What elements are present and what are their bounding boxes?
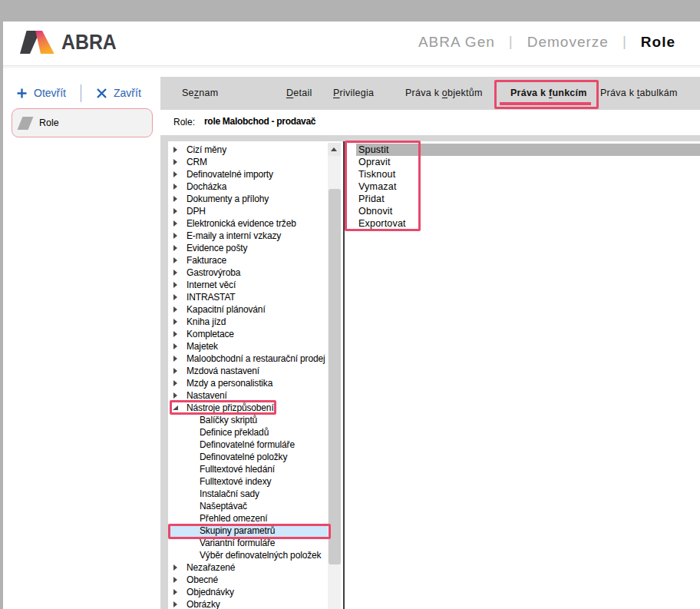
- tree-item[interactable]: Mzdová nastavení: [168, 365, 328, 377]
- tree-item[interactable]: Našeptávač: [168, 500, 328, 512]
- tree-item[interactable]: Docházka: [168, 180, 328, 193]
- collapsed-triangle-icon[interactable]: [173, 220, 177, 227]
- tree-item[interactable]: Variantní formuláře: [168, 537, 328, 549]
- collapsed-triangle-icon[interactable]: [173, 294, 177, 300]
- tree-item[interactable]: Evidence pošty: [168, 242, 328, 254]
- tree-item[interactable]: Výběr definovatelných položek: [168, 549, 328, 561]
- collapsed-triangle-icon[interactable]: [173, 171, 177, 177]
- collapsed-triangle-icon[interactable]: [173, 343, 177, 349]
- tree-item[interactable]: Fakturace: [168, 254, 328, 266]
- collapsed-triangle-icon[interactable]: [173, 196, 177, 202]
- collapsed-triangle-icon[interactable]: [173, 392, 177, 399]
- tree-item-selected[interactable]: Skupiny parametrů: [168, 525, 328, 537]
- tree-item[interactable]: Balíčky skriptů: [168, 414, 328, 426]
- expanded-triangle-icon[interactable]: [173, 405, 178, 410]
- tree-item[interactable]: Objednávky: [168, 586, 328, 598]
- function-item[interactable]: Přidat: [356, 193, 700, 205]
- tree-item[interactable]: Definice překladů: [168, 426, 328, 439]
- collapsed-triangle-icon[interactable]: [173, 282, 177, 288]
- tree-item[interactable]: Mzdy a personalistika: [168, 377, 328, 389]
- collapsed-triangle-icon[interactable]: [173, 356, 177, 362]
- tab-detail[interactable]: Detail: [286, 77, 312, 110]
- tree-item[interactable]: Majetek: [168, 340, 328, 352]
- tree-item-label: Kniha jízd: [187, 316, 226, 327]
- tab-privilegia[interactable]: Privilegia: [333, 77, 374, 110]
- tree-item[interactable]: DPH: [168, 205, 328, 217]
- function-item-selected[interactable]: Spustit: [356, 144, 700, 156]
- tab-seznam[interactable]: Seznam: [182, 77, 218, 110]
- tree-item-label: Nastavení: [187, 390, 227, 401]
- collapsed-triangle-icon[interactable]: [173, 319, 177, 325]
- tree-item[interactable]: Kapacitní plánování: [168, 303, 328, 316]
- collapsed-triangle-icon[interactable]: [173, 270, 177, 276]
- function-rights-list: SpustitOpravitTisknoutVymazatPřidatObnov…: [345, 141, 700, 609]
- collapsed-triangle-icon[interactable]: [173, 368, 177, 374]
- collapsed-triangle-icon[interactable]: [173, 331, 177, 337]
- tree-item-label: Přehled omezení: [200, 513, 267, 524]
- collapsed-triangle-icon[interactable]: [173, 184, 177, 190]
- close-agenda-button[interactable]: Zavřít: [97, 85, 141, 101]
- tree-item-label: Definovatelné importy: [187, 169, 273, 180]
- tab-prava-k-funkcim[interactable]: Práva k funkcím: [510, 77, 587, 110]
- scrollbar-thumb[interactable]: [329, 189, 341, 564]
- tree-item[interactable]: Instalační sady: [168, 488, 328, 500]
- scrollbar-up-button[interactable]: [328, 143, 341, 156]
- function-item-label: Opravit: [358, 157, 391, 167]
- tree-item[interactable]: Nezařazené: [168, 561, 328, 574]
- tree-item-label: Internet věcí: [187, 280, 236, 290]
- tree-item[interactable]: CRM: [168, 156, 328, 168]
- tree-item[interactable]: Kniha jízd: [168, 316, 328, 328]
- tree-item[interactable]: Fulltextové indexy: [168, 475, 328, 488]
- collapsed-triangle-icon[interactable]: [173, 159, 177, 165]
- tree-item[interactable]: Fulltextové hledání: [168, 463, 328, 475]
- collapsed-triangle-icon[interactable]: [173, 245, 177, 251]
- tree-item[interactable]: Gastrovýroba: [168, 266, 328, 279]
- tree-item[interactable]: Cizí měny: [168, 144, 328, 156]
- tab-prava-k-tabulkam[interactable]: Práva k tabulkám: [600, 77, 678, 110]
- tree-item[interactable]: Obecné: [168, 574, 328, 586]
- tree-item[interactable]: Definovatelné importy: [168, 168, 328, 180]
- collapsed-triangle-icon[interactable]: [173, 380, 177, 386]
- tree-item-label: Fulltextové hledání: [200, 464, 275, 475]
- function-item[interactable]: Tisknout: [356, 168, 700, 180]
- tree-scrollbar[interactable]: [328, 143, 341, 609]
- collapsed-triangle-icon[interactable]: [173, 577, 177, 583]
- tree-item[interactable]: Definovatelné formuláře: [168, 439, 328, 451]
- tree-item[interactable]: E-maily a interní vzkazy: [168, 230, 328, 242]
- tree-item[interactable]: INTRASTAT: [168, 291, 328, 303]
- tree-item[interactable]: Internet věcí: [168, 279, 328, 291]
- open-agenda-button[interactable]: Otevřít: [17, 85, 66, 101]
- collapsed-triangle-icon[interactable]: [173, 147, 177, 153]
- collapsed-triangle-icon[interactable]: [173, 208, 177, 214]
- tab-prava-k-objektum[interactable]: Práva k objektům: [405, 77, 483, 110]
- collapsed-triangle-icon[interactable]: [173, 601, 177, 607]
- tree-item-label: Výběr definovatelných položek: [200, 550, 321, 561]
- tree-item-label: E-maily a interní vzkazy: [187, 230, 281, 241]
- tree-item[interactable]: Maloobchodní a restaurační prodej: [168, 352, 328, 365]
- environment-name: Demoverze: [527, 34, 609, 51]
- tree-item[interactable]: Definovatelné položky: [168, 451, 328, 463]
- role-header-row: Role: role Malobchod - prodavač: [160, 110, 700, 135]
- function-item-label: Vymazat: [358, 181, 397, 192]
- collapsed-triangle-icon[interactable]: [173, 589, 177, 595]
- tree-item[interactable]: Obrázky: [168, 598, 328, 609]
- tree-item[interactable]: Kompletace: [168, 328, 328, 340]
- tree-item-label: Mzdová nastavení: [187, 366, 259, 376]
- tree-item-label: Obecné: [187, 574, 218, 585]
- tree-item[interactable]: Nástroje přizpůsobení: [168, 402, 328, 414]
- tree-item[interactable]: Dokumenty a přílohy: [168, 193, 328, 205]
- collapsed-triangle-icon[interactable]: [173, 233, 177, 239]
- function-item[interactable]: Obnovit: [356, 205, 700, 217]
- tree-item[interactable]: Přehled omezení: [168, 512, 328, 525]
- collapsed-triangle-icon[interactable]: [173, 306, 177, 313]
- tree-item[interactable]: Elektronická evidence tržeb: [168, 217, 328, 230]
- tree-item-label: Kompletace: [187, 329, 234, 339]
- plus-icon: [17, 88, 27, 98]
- sidebar-item-role[interactable]: Role: [12, 108, 153, 137]
- collapsed-triangle-icon[interactable]: [173, 564, 177, 571]
- function-item[interactable]: Opravit: [356, 156, 700, 168]
- function-item[interactable]: Exportovat: [356, 217, 700, 230]
- tree-item[interactable]: Nastavení: [168, 389, 328, 402]
- collapsed-triangle-icon[interactable]: [173, 257, 177, 263]
- function-item[interactable]: Vymazat: [356, 180, 700, 193]
